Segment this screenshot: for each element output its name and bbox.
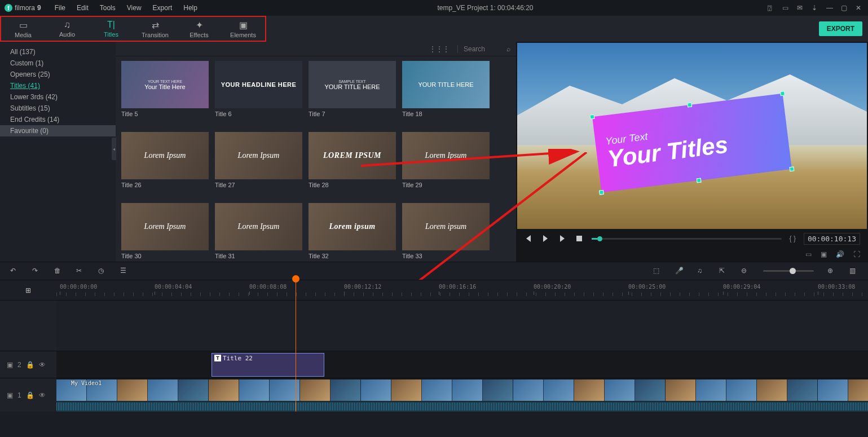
undo-icon[interactable]: ↶ (10, 267, 19, 275)
resize-handle[interactable] (697, 178, 702, 183)
user-icon[interactable]: ⍰ (768, 4, 776, 12)
video-clip-strip[interactable] (56, 379, 868, 401)
sidebar-item[interactable]: Titles (41) (0, 80, 116, 91)
app-version: 9 (37, 4, 41, 12)
title-thumbnail[interactable]: Lorem IpsumTitle 27 (215, 132, 305, 194)
title-thumbnail[interactable]: Lorem ipsumTitle 32 (309, 203, 399, 262)
menu-help[interactable]: Help (178, 4, 203, 12)
lock-icon[interactable]: 🔒 (26, 361, 34, 369)
title-thumbnail[interactable]: Lorem IpsumTitle 26 (121, 132, 212, 194)
collapse-handle[interactable]: ◂ (112, 138, 116, 160)
track-body[interactable]: T Title 22 (56, 351, 868, 378)
mail-icon[interactable]: ✉ (797, 4, 805, 12)
add-track-button[interactable]: ⊞ (0, 280, 56, 300)
menu-view[interactable]: View (121, 4, 147, 12)
clip-frame (544, 379, 574, 401)
track-type-icon: ▣ (7, 391, 13, 399)
tab-effects[interactable]: ✦Effects (177, 17, 221, 41)
tab-audio[interactable]: ♫Audio (45, 17, 89, 41)
close-icon[interactable]: ✕ (856, 4, 863, 12)
track-body[interactable] (56, 301, 868, 351)
clip-frame (757, 379, 787, 401)
stop-icon[interactable] (575, 234, 584, 243)
export-button[interactable]: EXPORT (819, 21, 862, 36)
minimize-icon[interactable]: — (826, 4, 834, 12)
preview-canvas[interactable]: Your Text Your Titles (517, 43, 867, 229)
resize-handle[interactable] (780, 91, 785, 96)
zoom-in-icon[interactable]: ⊕ (827, 267, 836, 275)
cut-icon[interactable]: ✂ (76, 267, 85, 275)
play-icon[interactable] (541, 234, 550, 243)
menu-export[interactable]: Export (147, 4, 178, 12)
preview-progress[interactable] (592, 238, 782, 240)
resize-handle[interactable] (590, 114, 595, 120)
sidebar-item[interactable]: Custom (1) (0, 58, 116, 69)
clip-frame (331, 379, 361, 401)
title-thumbnail[interactable]: YOUR TITLE HERETitle 18 (402, 61, 492, 123)
title-thumbnail[interactable]: Lorem ipsumTitle 33 (402, 203, 492, 262)
search-icon[interactable]: ⌕ (506, 45, 510, 53)
next-frame-icon[interactable] (558, 234, 567, 243)
audio-waveform[interactable] (56, 401, 868, 412)
sidebar-item[interactable]: Favourite (0) (0, 125, 116, 136)
sidebar-item[interactable]: All (137) (0, 46, 116, 58)
grid-view-icon[interactable]: ⋮⋮⋮ (429, 45, 450, 53)
sidebar-item[interactable]: End Credits (14) (0, 114, 116, 125)
menu-file[interactable]: File (49, 4, 71, 12)
zoom-out-icon[interactable]: ⊖ (741, 267, 750, 275)
track-body[interactable]: My Video1 (56, 378, 868, 412)
eye-icon[interactable]: 👁 (39, 361, 46, 369)
tab-titles[interactable]: T|Titles (89, 17, 133, 41)
fit-icon[interactable]: ▥ (849, 267, 858, 275)
track-list: ▣ 2 🔒 👁 T Title 22 ▣ 1 🔒 👁 My Vi (0, 300, 868, 412)
zoom-slider[interactable] (763, 270, 814, 272)
tab-transition[interactable]: ⇄Transition (133, 17, 177, 41)
delete-icon[interactable]: 🗑 (54, 267, 63, 275)
clip-frame (696, 379, 726, 401)
search-input[interactable] (464, 45, 503, 53)
display-icon[interactable]: ▭ (805, 250, 812, 258)
settings-icon[interactable]: ☰ (120, 267, 129, 275)
volume-icon[interactable]: 🔊 (836, 250, 844, 258)
menu-edit[interactable]: Edit (71, 4, 94, 12)
thumb-label: Title 30 (121, 253, 212, 259)
tab-media[interactable]: ▭Media (1, 17, 45, 41)
thumb-label: Title 28 (309, 182, 399, 188)
fullscreen-icon[interactable]: ⛶ (853, 250, 860, 258)
title-thumbnail[interactable]: YOUR TEXT HEREYour Title HereTitle 5 (121, 61, 212, 123)
timeline-ruler[interactable]: 00:00:00:0000:00:04:0400:00:08:0800:00:1… (56, 280, 868, 300)
snapshot-icon[interactable]: ▣ (821, 250, 827, 258)
sidebar-item[interactable]: Lower 3rds (42) (0, 91, 116, 103)
menu-tools[interactable]: Tools (94, 4, 121, 12)
logo-icon: f (5, 4, 12, 12)
title-thumbnail[interactable]: Lorem IpsumTitle 29 (402, 132, 492, 194)
redo-icon[interactable]: ↷ (32, 267, 41, 275)
sidebar-item[interactable]: Openers (25) (0, 69, 116, 80)
sidebar-item[interactable]: Subtitles (15) (0, 103, 116, 114)
thumb-label: Title 5 (121, 111, 212, 117)
playhead[interactable] (296, 280, 296, 412)
prev-frame-icon[interactable] (524, 234, 533, 243)
marker-icon[interactable]: ⬚ (653, 267, 662, 275)
title-thumbnail[interactable]: SAMPLE TEXTYOUR TITLE HERETitle 7 (309, 61, 399, 123)
title-thumbnail[interactable]: YOUR HEADLINE HERETitle 6 (215, 61, 305, 123)
title-thumbnail[interactable]: Lorem IpsumTitle 30 (121, 203, 212, 262)
track-head-1: ▣ 1 🔒 👁 (0, 378, 56, 412)
text-clip-icon: T (214, 355, 221, 361)
title-thumbnail[interactable]: Lorem IpsumTitle 31 (215, 203, 305, 262)
eye-icon[interactable]: 👁 (39, 391, 46, 399)
resize-handle[interactable] (599, 190, 604, 195)
resize-handle[interactable] (790, 166, 795, 171)
lock-icon[interactable]: 🔒 (26, 391, 34, 399)
resize-handle[interactable] (687, 103, 692, 108)
title-thumbnail[interactable]: LOREM IPSUMTitle 28 (309, 132, 399, 194)
mic-icon[interactable]: ⇣ (812, 4, 819, 12)
clock-icon[interactable]: ◷ (98, 267, 107, 275)
music-icon[interactable]: ♫ (697, 267, 706, 275)
voiceover-icon[interactable]: 🎤 (675, 267, 684, 275)
title-clip[interactable]: T Title 22 (212, 353, 324, 377)
tab-elements[interactable]: ▣Elements (221, 17, 265, 41)
maximize-icon[interactable]: ▢ (841, 4, 849, 12)
export-clip-icon[interactable]: ⇱ (719, 267, 728, 275)
save-icon[interactable]: ▭ (782, 4, 790, 12)
